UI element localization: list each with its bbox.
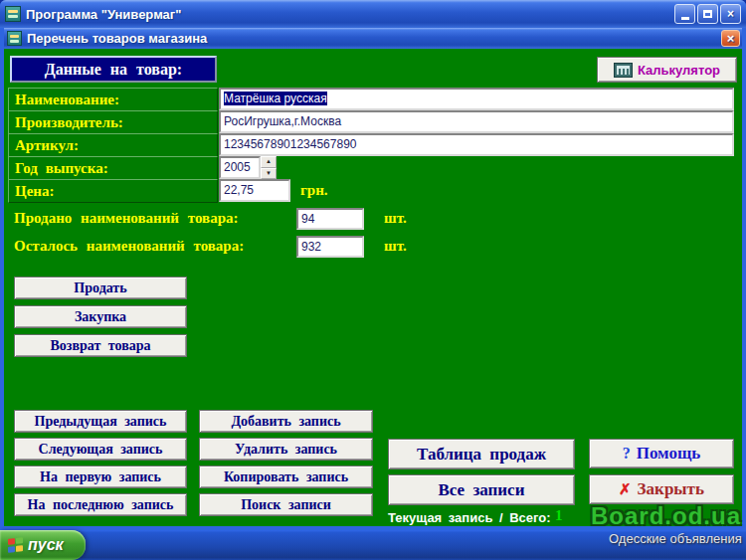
sold-input[interactable]: 94 bbox=[296, 208, 364, 230]
taskbar: пуск ♥ ✎ » -= Универмаг =- RU ◆ K 2:13 bbox=[0, 530, 746, 560]
search-record-button[interactable]: Поиск записи bbox=[199, 493, 373, 516]
remaining-input[interactable]: 932 bbox=[296, 236, 364, 258]
add-record-button[interactable]: Добавить запись bbox=[199, 410, 373, 433]
windows-logo-icon bbox=[8, 537, 23, 554]
minimize-button[interactable] bbox=[674, 4, 695, 24]
last-record-button[interactable]: На последнюю запись bbox=[14, 493, 187, 516]
calculator-icon bbox=[614, 63, 633, 78]
delete-record-button[interactable]: Удалить запись bbox=[199, 438, 373, 461]
remaining-unit-label: шт. bbox=[384, 238, 407, 255]
desktop: Программа "Универмаг" × Перечень товаров… bbox=[0, 0, 746, 560]
all-records-button[interactable]: Все записи bbox=[388, 474, 575, 505]
name-input[interactable]: Матрёшка русская bbox=[219, 88, 734, 110]
main-window-title: Программа "Универмаг" bbox=[26, 7, 181, 22]
record-counter-label: Текущая запись / Всего: bbox=[388, 510, 551, 525]
article-label: Артикул: bbox=[8, 133, 218, 157]
remaining-label: Осталось наименований товара: bbox=[14, 238, 244, 255]
univermag-app-icon bbox=[7, 31, 22, 46]
close-window-icon[interactable]: × bbox=[720, 4, 741, 24]
question-icon: ? bbox=[623, 445, 631, 463]
univermag-app-icon bbox=[5, 6, 21, 22]
red-x-icon: ✗ bbox=[619, 480, 632, 498]
sales-table-button[interactable]: Таблица продаж bbox=[388, 439, 575, 469]
price-label: Цена: bbox=[8, 179, 218, 203]
sold-unit-label: шт. bbox=[384, 210, 407, 227]
first-record-button[interactable]: На первую запись bbox=[14, 466, 187, 488]
calculator-button[interactable]: Калькулятор bbox=[597, 57, 737, 83]
inner-window-title: Перечень товаров магазина bbox=[27, 31, 207, 46]
return-button[interactable]: Возврат товара bbox=[14, 334, 187, 357]
year-label: Год выпуска: bbox=[8, 156, 218, 180]
close-app-button[interactable]: ✗ Закрыть bbox=[589, 474, 734, 504]
spinner-down-icon[interactable]: ▼ bbox=[261, 168, 277, 180]
page-title: Данные на товар: bbox=[10, 56, 217, 83]
name-label: Наименование: bbox=[8, 88, 218, 111]
sell-button[interactable]: Продать bbox=[14, 277, 187, 299]
next-record-button[interactable]: Следующая запись bbox=[14, 438, 187, 461]
main-titlebar[interactable]: Программа "Универмаг" × bbox=[0, 0, 746, 28]
maximize-button[interactable] bbox=[697, 4, 718, 24]
year-spinner[interactable]: ▲ ▼ bbox=[261, 156, 277, 179]
spinner-up-icon[interactable]: ▲ bbox=[261, 156, 277, 168]
year-input[interactable]: 2005 bbox=[219, 156, 261, 179]
sold-label: Продано наименований товара: bbox=[14, 210, 239, 227]
copy-record-button[interactable]: Копировать запись bbox=[199, 466, 373, 488]
price-input[interactable]: 22,75 bbox=[219, 179, 290, 202]
manufacturer-input[interactable]: РосИгрушка,г.Москва bbox=[219, 110, 734, 133]
inner-titlebar[interactable]: Перечень товаров магазина × bbox=[4, 28, 742, 49]
article-input[interactable]: 12345678901234567890 bbox=[219, 133, 734, 156]
start-button[interactable]: пуск bbox=[0, 530, 86, 560]
inner-close-icon[interactable]: × bbox=[721, 30, 740, 47]
manufacturer-label: Производитель: bbox=[8, 110, 218, 134]
purchase-button[interactable]: Закупка bbox=[14, 305, 187, 328]
prev-record-button[interactable]: Предыдущая запись bbox=[14, 410, 187, 433]
currency-label: грн. bbox=[300, 182, 328, 199]
help-button[interactable]: ? Помощь bbox=[589, 439, 734, 468]
record-counter-value: 1 bbox=[555, 507, 563, 524]
main-window: Программа "Универмаг" × Перечень товаров… bbox=[0, 0, 746, 530]
